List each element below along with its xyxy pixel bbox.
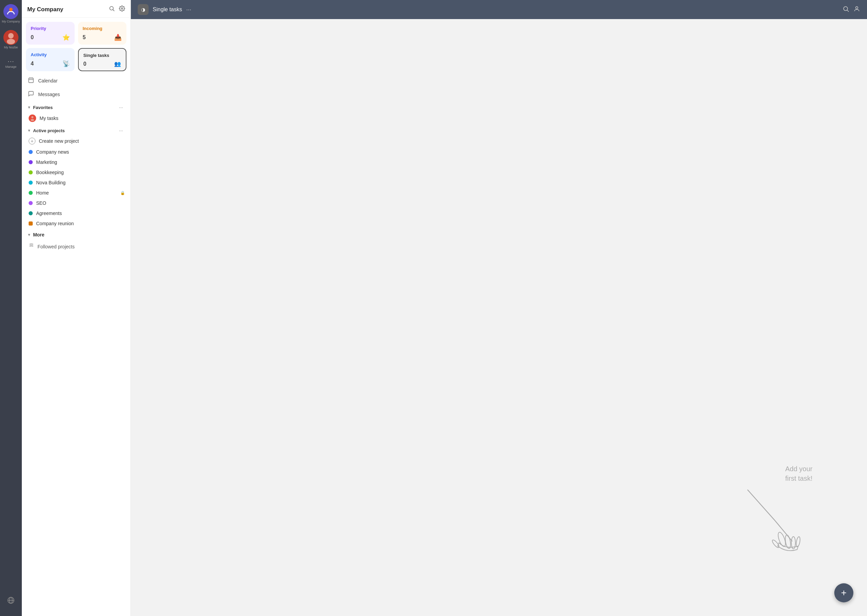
activity-feed-icon: 📡: [62, 60, 70, 68]
activity-count: 4: [31, 61, 34, 67]
priority-count: 0: [31, 35, 34, 41]
home-dot: [28, 191, 33, 195]
manage-button[interactable]: ··· Manage: [5, 57, 17, 69]
empty-state-line2: first task!: [785, 475, 812, 482]
active-projects-more-button[interactable]: ···: [117, 127, 125, 134]
create-project-plus-icon: +: [28, 138, 35, 145]
seo-item[interactable]: SEO: [22, 198, 131, 208]
priority-card-title: Priority: [31, 26, 70, 31]
my-tasks-avatar: [28, 115, 36, 122]
svg-point-16: [31, 119, 35, 121]
company-reunion-label: Company reunion: [36, 221, 125, 226]
active-projects-chevron-icon: ▼: [27, 129, 31, 132]
agreements-item[interactable]: Agreements: [22, 208, 131, 218]
svg-point-23: [795, 536, 801, 547]
main-header-right: [842, 5, 860, 14]
svg-point-15: [31, 116, 33, 118]
icon-rail: My Company My Nozbe ··· Manage: [0, 0, 22, 616]
svg-point-10: [121, 8, 123, 9]
agreements-dot: [28, 211, 33, 215]
empty-state-text: Add your first task!: [785, 464, 812, 483]
incoming-inbox-icon: 📥: [114, 34, 122, 41]
nova-building-label: Nova Building: [36, 180, 125, 185]
more-chevron-icon: ▼: [27, 233, 31, 237]
main-header-user-icon[interactable]: [853, 5, 860, 14]
my-tasks-item[interactable]: My tasks: [22, 112, 131, 124]
more-label: More: [33, 232, 44, 237]
nova-building-dot: [28, 181, 33, 185]
single-tasks-count: 0: [83, 61, 87, 67]
activity-card[interactable]: Activity 4 📡: [26, 48, 75, 71]
svg-point-17: [843, 6, 848, 11]
sidebar-title: My Company: [27, 6, 63, 13]
globe-button[interactable]: [3, 593, 19, 608]
svg-point-4: [7, 39, 15, 44]
manage-label: Manage: [5, 65, 17, 69]
incoming-card[interactable]: Incoming 5 📥: [78, 22, 127, 45]
svg-line-18: [847, 10, 849, 12]
sidebar-scroll: Priority 0 ⭐ Incoming 5 📥 Activity 4 📡: [22, 18, 131, 616]
seo-dot: [28, 201, 33, 205]
main-header-left: ◑ Single tasks ···: [138, 4, 191, 15]
single-tasks-header-icon: ◑: [138, 4, 149, 15]
single-tasks-card[interactable]: Single tasks 0 👥: [78, 48, 127, 71]
main-header-search-icon[interactable]: [842, 5, 849, 14]
messages-nav-item[interactable]: Messages: [22, 88, 131, 101]
active-projects-header-left[interactable]: ▼ Active projects: [27, 128, 65, 133]
fab-plus-icon: +: [841, 588, 847, 598]
svg-point-19: [856, 6, 858, 9]
followed-projects-item[interactable]: Followed projects: [22, 241, 131, 252]
calendar-nav-item[interactable]: Calendar: [22, 74, 131, 88]
followed-projects-label: Followed projects: [38, 244, 75, 250]
activity-card-row: 4 📡: [31, 60, 70, 68]
agreements-label: Agreements: [36, 211, 125, 216]
incoming-card-title: Incoming: [83, 26, 122, 31]
more-section[interactable]: ▼ More: [22, 229, 131, 241]
main-header-title: Single tasks: [153, 6, 182, 13]
main-body: Add your first task! +: [131, 19, 867, 616]
active-projects-section-title: Active projects: [33, 128, 65, 133]
add-task-button[interactable]: +: [834, 583, 853, 602]
marketing-item[interactable]: Marketing: [22, 157, 131, 167]
settings-icon[interactable]: [119, 5, 125, 13]
sidebar-header: My Company: [22, 0, 131, 18]
incoming-count: 5: [83, 35, 86, 41]
empty-state: Add your first task!: [738, 464, 812, 555]
home-lock-icon: 🔒: [120, 191, 125, 195]
company-news-dot: [28, 150, 33, 154]
main-header-more-button[interactable]: ···: [186, 6, 191, 13]
company-reunion-item[interactable]: Company reunion: [22, 218, 131, 229]
create-new-project-item[interactable]: + Create new project: [22, 135, 131, 147]
my-tasks-label: My tasks: [39, 115, 58, 121]
home-item[interactable]: Home 🔒: [22, 188, 131, 198]
main-content: ◑ Single tasks ··· Add your first task!: [131, 0, 867, 616]
bookkeeping-dot: [28, 170, 33, 174]
sidebar-header-icons: [109, 5, 125, 13]
bookkeeping-item[interactable]: Bookkeeping: [22, 167, 131, 178]
favorites-header-left[interactable]: ▼ Favorites: [27, 105, 53, 110]
quick-cards: Priority 0 ⭐ Incoming 5 📥 Activity 4 📡: [22, 18, 131, 74]
messages-label: Messages: [38, 92, 60, 97]
single-tasks-people-icon: 👥: [114, 61, 121, 67]
svg-point-3: [8, 33, 14, 39]
company-news-label: Company news: [36, 149, 125, 155]
svg-line-9: [113, 9, 114, 11]
followed-projects-icon: [28, 243, 34, 250]
priority-card[interactable]: Priority 0 ⭐: [26, 22, 75, 45]
nova-building-item[interactable]: Nova Building: [22, 178, 131, 188]
favorites-more-button[interactable]: ···: [117, 104, 125, 111]
marketing-label: Marketing: [36, 159, 125, 165]
search-icon[interactable]: [109, 5, 115, 13]
main-header: ◑ Single tasks ···: [131, 0, 867, 19]
company-news-item[interactable]: Company news: [22, 147, 131, 157]
hand-drawing-illustration: [738, 487, 812, 555]
favorites-chevron-icon: ▼: [27, 105, 31, 109]
create-project-label: Create new project: [39, 138, 125, 144]
company-label: My Company: [2, 20, 20, 23]
calendar-label: Calendar: [38, 78, 58, 83]
user-avatar[interactable]: My Nozbe: [3, 28, 19, 49]
activity-card-title: Activity: [31, 52, 70, 57]
company-logo[interactable]: My Company: [2, 4, 20, 23]
single-tasks-card-title: Single tasks: [83, 53, 121, 58]
marketing-dot: [28, 160, 33, 164]
